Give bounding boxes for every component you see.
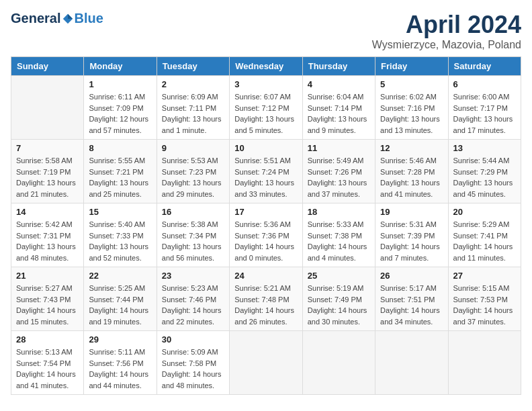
calendar-cell: 29 Sunrise: 5:11 AMSunset: 7:56 PMDaylig… (84, 331, 157, 395)
day-number: 16 (162, 207, 224, 217)
title-area: April 2024 Wysmierzyce, Mazovia, Poland (372, 11, 521, 51)
svg-marker-1 (68, 13, 73, 18)
calendar-cell (448, 331, 521, 395)
day-detail: Sunrise: 5:21 AMSunset: 7:48 PMDaylight:… (234, 284, 294, 326)
day-number: 7 (16, 143, 79, 153)
day-detail: Sunrise: 6:00 AMSunset: 7:17 PMDaylight:… (453, 93, 513, 134)
day-detail: Sunrise: 5:49 AMSunset: 7:26 PMDaylight:… (308, 156, 367, 198)
day-number: 6 (453, 79, 516, 89)
day-number: 30 (162, 334, 224, 345)
day-number: 20 (453, 207, 516, 217)
day-detail: Sunrise: 5:19 AMSunset: 7:49 PMDaylight:… (308, 284, 367, 326)
day-number: 26 (380, 271, 443, 281)
calendar-cell (375, 331, 448, 395)
calendar-cell: 23 Sunrise: 5:23 AMSunset: 7:46 PMDaylig… (157, 267, 229, 331)
day-number: 25 (308, 271, 370, 281)
calendar-cell: 26 Sunrise: 5:17 AMSunset: 7:51 PMDaylig… (375, 267, 448, 331)
day-number: 14 (16, 207, 79, 217)
day-number: 8 (89, 143, 151, 153)
calendar-cell: 6 Sunrise: 6:00 AMSunset: 7:17 PMDayligh… (448, 76, 521, 140)
day-number: 10 (234, 143, 297, 153)
calendar-cell: 11 Sunrise: 5:49 AMSunset: 7:26 PMDaylig… (302, 140, 375, 203)
day-detail: Sunrise: 5:55 AMSunset: 7:21 PMDaylight:… (89, 156, 148, 198)
day-number: 29 (89, 334, 151, 345)
calendar-cell: 16 Sunrise: 5:38 AMSunset: 7:34 PMDaylig… (157, 203, 229, 267)
location-subtitle: Wysmierzyce, Mazovia, Poland (372, 39, 521, 51)
day-detail: Sunrise: 5:38 AMSunset: 7:34 PMDaylight:… (162, 220, 222, 262)
day-number: 18 (308, 207, 370, 217)
calendar-cell: 12 Sunrise: 5:46 AMSunset: 7:28 PMDaylig… (375, 140, 448, 203)
calendar-cell: 24 Sunrise: 5:21 AMSunset: 7:48 PMDaylig… (230, 267, 302, 331)
day-detail: Sunrise: 5:53 AMSunset: 7:23 PMDaylight:… (162, 156, 222, 198)
calendar-cell: 30 Sunrise: 5:09 AMSunset: 7:58 PMDaylig… (157, 331, 229, 395)
logo-general: General (11, 11, 60, 26)
calendar-cell: 9 Sunrise: 5:53 AMSunset: 7:23 PMDayligh… (157, 140, 229, 203)
week-row-2: 7 Sunrise: 5:58 AMSunset: 7:19 PMDayligh… (11, 140, 521, 203)
calendar-cell: 21 Sunrise: 5:27 AMSunset: 7:43 PMDaylig… (11, 267, 84, 331)
calendar-cell: 18 Sunrise: 5:33 AMSunset: 7:38 PMDaylig… (302, 203, 375, 267)
day-detail: Sunrise: 5:17 AMSunset: 7:51 PMDaylight:… (380, 284, 440, 326)
day-detail: Sunrise: 5:23 AMSunset: 7:46 PMDaylight:… (162, 284, 222, 326)
day-detail: Sunrise: 5:58 AMSunset: 7:19 PMDaylight:… (16, 156, 76, 198)
day-number: 19 (380, 207, 443, 217)
day-number: 1 (89, 79, 151, 89)
day-number: 22 (89, 271, 151, 281)
calendar-header-row: SundayMondayTuesdayWednesdayThursdayFrid… (11, 57, 521, 76)
calendar-cell: 20 Sunrise: 5:29 AMSunset: 7:41 PMDaylig… (448, 203, 521, 267)
day-number: 9 (162, 143, 224, 153)
calendar-cell: 14 Sunrise: 5:42 AMSunset: 7:31 PMDaylig… (11, 203, 84, 267)
calendar-cell: 22 Sunrise: 5:25 AMSunset: 7:44 PMDaylig… (84, 267, 157, 331)
calendar-table: SundayMondayTuesdayWednesdayThursdayFrid… (11, 56, 521, 395)
day-number: 24 (234, 271, 297, 281)
col-header-thursday: Thursday (302, 57, 375, 76)
week-row-1: 1 Sunrise: 6:11 AMSunset: 7:09 PMDayligh… (11, 76, 521, 140)
calendar-cell: 8 Sunrise: 5:55 AMSunset: 7:21 PMDayligh… (84, 140, 157, 203)
logo: General Blue (11, 11, 103, 26)
calendar-cell (11, 76, 84, 140)
logo-icon (62, 13, 74, 25)
day-number: 4 (308, 79, 370, 89)
calendar-cell (230, 331, 302, 395)
day-number: 12 (380, 143, 443, 153)
day-number: 17 (234, 207, 297, 217)
calendar-cell: 2 Sunrise: 6:09 AMSunset: 7:11 PMDayligh… (157, 76, 229, 140)
day-detail: Sunrise: 5:40 AMSunset: 7:33 PMDaylight:… (89, 220, 148, 262)
day-detail: Sunrise: 5:51 AMSunset: 7:24 PMDaylight:… (234, 156, 294, 198)
calendar-cell: 15 Sunrise: 5:40 AMSunset: 7:33 PMDaylig… (84, 203, 157, 267)
day-number: 13 (453, 143, 516, 153)
week-row-3: 14 Sunrise: 5:42 AMSunset: 7:31 PMDaylig… (11, 203, 521, 267)
calendar-cell: 13 Sunrise: 5:44 AMSunset: 7:29 PMDaylig… (448, 140, 521, 203)
calendar-cell: 10 Sunrise: 5:51 AMSunset: 7:24 PMDaylig… (230, 140, 302, 203)
day-detail: Sunrise: 6:07 AMSunset: 7:12 PMDaylight:… (234, 93, 294, 134)
col-header-saturday: Saturday (448, 57, 521, 76)
day-detail: Sunrise: 5:09 AMSunset: 7:58 PMDaylight:… (162, 348, 222, 390)
day-detail: Sunrise: 5:15 AMSunset: 7:53 PMDaylight:… (453, 284, 513, 326)
week-row-5: 28 Sunrise: 5:13 AMSunset: 7:54 PMDaylig… (11, 331, 521, 395)
day-number: 28 (16, 334, 79, 345)
calendar-cell (302, 331, 375, 395)
day-detail: Sunrise: 5:36 AMSunset: 7:36 PMDaylight:… (234, 220, 294, 262)
day-number: 2 (162, 79, 224, 89)
day-detail: Sunrise: 6:11 AMSunset: 7:09 PMDaylight:… (89, 93, 148, 134)
month-title: April 2024 (372, 11, 521, 39)
day-number: 27 (453, 271, 516, 281)
calendar-cell: 7 Sunrise: 5:58 AMSunset: 7:19 PMDayligh… (11, 140, 84, 203)
day-number: 23 (162, 271, 224, 281)
calendar-cell: 25 Sunrise: 5:19 AMSunset: 7:49 PMDaylig… (302, 267, 375, 331)
day-detail: Sunrise: 5:11 AMSunset: 7:56 PMDaylight:… (89, 348, 148, 390)
calendar-cell: 1 Sunrise: 6:11 AMSunset: 7:09 PMDayligh… (84, 76, 157, 140)
calendar-cell: 28 Sunrise: 5:13 AMSunset: 7:54 PMDaylig… (11, 331, 84, 395)
day-detail: Sunrise: 5:46 AMSunset: 7:28 PMDaylight:… (380, 156, 440, 198)
calendar-cell: 5 Sunrise: 6:02 AMSunset: 7:16 PMDayligh… (375, 76, 448, 140)
day-detail: Sunrise: 5:33 AMSunset: 7:38 PMDaylight:… (308, 220, 367, 262)
calendar-cell: 19 Sunrise: 5:31 AMSunset: 7:39 PMDaylig… (375, 203, 448, 267)
calendar-cell: 3 Sunrise: 6:07 AMSunset: 7:12 PMDayligh… (230, 76, 302, 140)
calendar-cell: 27 Sunrise: 5:15 AMSunset: 7:53 PMDaylig… (448, 267, 521, 331)
day-detail: Sunrise: 5:42 AMSunset: 7:31 PMDaylight:… (16, 220, 76, 262)
header: General Blue April 2024 Wysmierzyce, Maz… (11, 11, 521, 51)
logo-text: General Blue (11, 11, 103, 26)
col-header-wednesday: Wednesday (230, 57, 302, 76)
day-detail: Sunrise: 5:29 AMSunset: 7:41 PMDaylight:… (453, 220, 513, 262)
day-detail: Sunrise: 5:13 AMSunset: 7:54 PMDaylight:… (16, 348, 76, 390)
col-header-monday: Monday (84, 57, 157, 76)
